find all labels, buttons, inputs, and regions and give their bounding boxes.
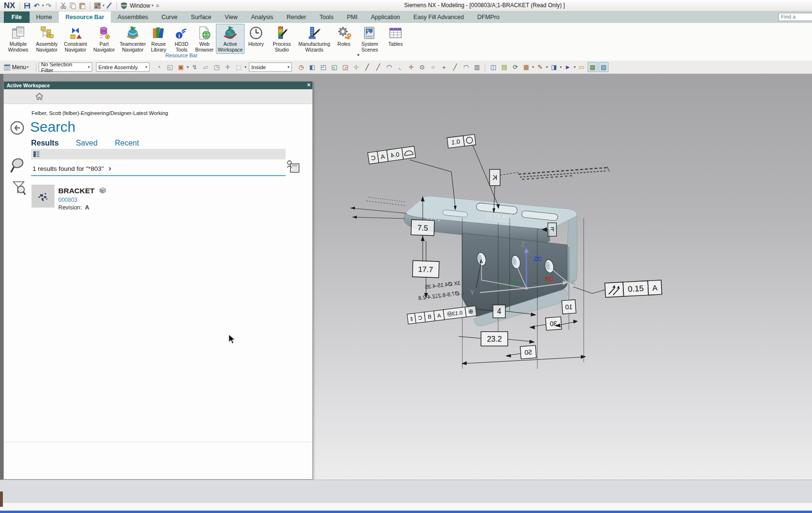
selection-scope-dropdown[interactable]: Entire Assembly▾: [96, 63, 150, 72]
search-result-item[interactable]: BRACKET 000803 Revision: A: [32, 185, 289, 213]
fcf-runout[interactable]: 0.15 A: [573, 280, 662, 297]
dim-50[interactable]: 50: [505, 345, 536, 359]
tab-resource-bar[interactable]: Resource Bar: [59, 11, 111, 23]
history-button[interactable]: History: [245, 24, 267, 49]
ellipse-icon[interactable]: ○: [428, 62, 438, 72]
graphics-window[interactable]: 2X 17.2: [0, 74, 812, 480]
fillet-icon[interactable]: ◟: [395, 62, 405, 72]
find-in-assembly-icon[interactable]: ◔: [154, 62, 164, 72]
visualization-icon[interactable]: ►: [563, 62, 573, 72]
point-dialog-icon[interactable]: ✛: [223, 62, 233, 72]
reuse-library-button[interactable]: Reuse Library: [147, 24, 170, 54]
tab-tools[interactable]: Tools: [313, 11, 340, 23]
panel-tab-recent[interactable]: Recent: [115, 139, 139, 147]
window-menu[interactable]: Window: [130, 2, 150, 9]
cut-icon[interactable]: [59, 1, 68, 10]
show-hide-icon[interactable]: ▣: [176, 62, 186, 72]
tab-assemblies[interactable]: Assemblies: [111, 11, 155, 23]
tab-easy-fill-advanced[interactable]: Easy Fill Advanced: [407, 11, 471, 23]
teamcenter-navigator-button[interactable]: Teamcenter Navigator: [118, 24, 147, 54]
paste-icon[interactable]: [78, 1, 87, 10]
fit-view-icon[interactable]: ◧: [307, 62, 317, 72]
result-item-id[interactable]: 000803: [58, 197, 77, 203]
chevron-down-icon[interactable]: ▾: [546, 65, 548, 69]
home-icon[interactable]: [35, 93, 43, 100]
snap-point-dropdown[interactable]: Inside▾: [249, 63, 292, 72]
menu-button[interactable]: Menu▾: [4, 64, 29, 71]
tab-curve[interactable]: Curve: [155, 11, 184, 23]
tab-pmi[interactable]: PMI: [340, 11, 364, 23]
window-layout-icon[interactable]: [93, 1, 102, 10]
transform-icon[interactable]: ◳: [212, 62, 222, 72]
save-search-icon[interactable]: [287, 159, 300, 173]
assembly-navigator-button[interactable]: Assembly Navigator: [32, 24, 61, 54]
line-icon[interactable]: ╱: [362, 62, 372, 72]
system-scenes-button[interactable]: System Scenes: [355, 24, 384, 54]
studio-spline-icon[interactable]: ◠: [461, 62, 471, 72]
dim-30[interactable]: 30: [529, 317, 562, 330]
refresh-icon[interactable]: ⟳: [510, 62, 520, 72]
multiple-windows-button[interactable]: Multiple Windows: [4, 24, 32, 54]
roles-button[interactable]: Roles: [332, 24, 355, 49]
manufacturing-wizards-button[interactable]: Manufacturing Wizards: [296, 24, 332, 54]
tab-file[interactable]: File: [4, 11, 30, 23]
chevron-right-icon[interactable]: ›: [108, 164, 111, 173]
refine-search-icon[interactable]: [11, 181, 26, 196]
customize-icon[interactable]: =: [156, 2, 159, 9]
tab-home[interactable]: Home: [30, 11, 59, 23]
back-button[interactable]: [10, 121, 24, 135]
plus-icon[interactable]: ＋: [439, 62, 449, 72]
move-object-icon[interactable]: ↯: [190, 62, 200, 72]
tab-dfmpro[interactable]: DFMPro: [470, 11, 506, 23]
chevron-down-icon[interactable]: ▾: [245, 65, 246, 69]
pen-style-icon[interactable]: ✎: [535, 62, 545, 72]
window-cascade-icon[interactable]: ◫: [488, 62, 498, 72]
results-summary[interactable]: 1 results found for "*803" ›: [32, 164, 111, 173]
touch-mode-icon[interactable]: [105, 1, 114, 10]
viewport-3d[interactable]: 2X 17.2: [313, 74, 812, 480]
chevron-down-icon[interactable]: ▾: [532, 65, 534, 69]
chevron-down-icon[interactable]: ▾: [574, 65, 576, 69]
wireframe-view-icon[interactable]: ◲: [340, 62, 350, 72]
orient-view-icon[interactable]: ◰: [318, 62, 328, 72]
shaded-view-icon[interactable]: ◱: [329, 62, 339, 72]
process-studio-button[interactable]: Process Studio: [267, 24, 296, 54]
chevron-down-icon[interactable]: ▾: [187, 65, 189, 69]
datum-axis-icon[interactable]: ✛: [406, 62, 416, 72]
tab-analysis[interactable]: Analysis: [244, 11, 280, 23]
search-input[interactable]: [31, 149, 286, 159]
grid-icon[interactable]: ▦: [521, 62, 531, 72]
close-icon[interactable]: ×: [307, 82, 310, 88]
tab-surface[interactable]: Surface: [184, 11, 218, 23]
snap-point-icon[interactable]: ⊹: [351, 62, 361, 72]
datum-plane-icon[interactable]: ▱: [201, 62, 211, 72]
save-icon[interactable]: [22, 1, 32, 10]
result-name[interactable]: BRACKET: [58, 187, 95, 195]
chevron-down-icon[interactable]: ▾: [151, 3, 153, 8]
circle-icon[interactable]: ⊙: [417, 62, 427, 72]
constraint-navigator-button[interactable]: Constraint Navigator: [61, 24, 90, 54]
spinner-icon[interactable]: ◷: [296, 62, 306, 72]
copy-icon[interactable]: [68, 1, 78, 10]
panel-title-bar[interactable]: Active Workspace ×: [4, 82, 312, 89]
export-snapshot-icon[interactable]: ▩: [588, 62, 598, 72]
selection-rectangle-icon[interactable]: ⬚: [234, 62, 244, 72]
arc-icon[interactable]: ◠: [384, 62, 394, 72]
panel-tab-results[interactable]: Results: [31, 139, 59, 147]
web-browser-button[interactable]: Web Browser: [193, 24, 216, 54]
result-thumbnail[interactable]: [32, 185, 54, 208]
tab-application[interactable]: Application: [364, 11, 406, 23]
object-display-icon[interactable]: ◨: [549, 62, 559, 72]
selection-filter-dropdown[interactable]: No Selection Filter▾: [39, 63, 92, 72]
find-command-input[interactable]: Find a: [779, 13, 812, 21]
open-in-window-icon[interactable]: ◱: [165, 62, 175, 72]
ribbon-group-caret-icon[interactable]: ▾: [357, 52, 360, 57]
hd3d-tools-button[interactable]: iHD3D Tools: [170, 24, 193, 54]
folder-icon[interactable]: ▭: [577, 62, 587, 72]
undo-icon[interactable]: ↶: [32, 1, 42, 10]
redo-icon[interactable]: ↷: [44, 1, 53, 10]
compare-icon[interactable]: ▧: [598, 62, 609, 72]
image-capture-icon[interactable]: ▤: [499, 62, 509, 72]
tables-button[interactable]: Tables: [384, 24, 407, 49]
tab-render[interactable]: Render: [280, 11, 313, 23]
